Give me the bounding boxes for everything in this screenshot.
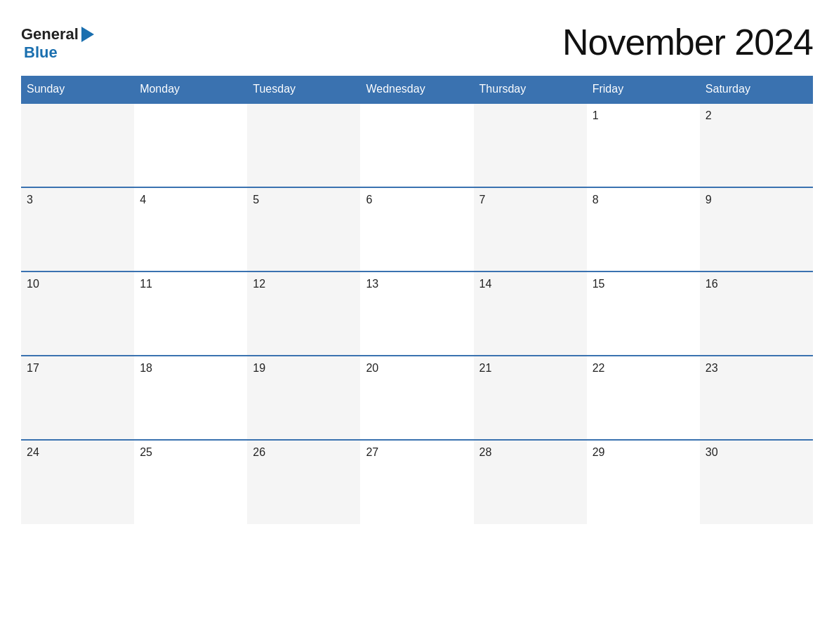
calendar-cell: 5 (247, 187, 360, 271)
calendar-cell: 15 (587, 271, 700, 356)
logo: General Blue (21, 24, 94, 60)
day-number: 20 (366, 362, 378, 374)
month-title: November 2024 (562, 21, 813, 63)
calendar-cell: 20 (360, 356, 473, 440)
calendar-cell: 17 (21, 356, 134, 440)
calendar-cell: 28 (474, 440, 587, 524)
calendar-header-row: Sunday Monday Tuesday Wednesday Thursday… (21, 76, 813, 103)
day-number: 18 (140, 362, 152, 374)
page-header: General Blue November 2024 (21, 21, 813, 63)
calendar-cell: 27 (360, 440, 473, 524)
logo-general-text: General (21, 27, 79, 42)
calendar-body: 1234567891011121314151617181920212223242… (21, 103, 813, 524)
calendar-cell: 14 (474, 271, 587, 356)
day-number: 21 (479, 362, 492, 374)
calendar-cell (134, 103, 247, 187)
col-monday: Monday (134, 76, 247, 103)
day-number: 29 (593, 446, 605, 458)
col-friday: Friday (587, 76, 700, 103)
day-number: 2 (706, 109, 712, 121)
day-number: 13 (366, 278, 378, 290)
day-number: 24 (27, 446, 39, 458)
calendar-cell (474, 103, 587, 187)
calendar-cell (21, 103, 134, 187)
calendar-week-row: 24252627282930 (21, 440, 813, 524)
calendar-cell: 10 (21, 271, 134, 356)
calendar-week-row: 12 (21, 103, 813, 187)
day-number: 22 (593, 362, 605, 374)
calendar-cell: 18 (134, 356, 247, 440)
day-number: 25 (140, 446, 152, 458)
col-saturday: Saturday (700, 76, 813, 103)
calendar-cell: 24 (21, 440, 134, 524)
calendar-week-row: 3456789 (21, 187, 813, 271)
calendar-cell: 4 (134, 187, 247, 271)
calendar-cell: 19 (247, 356, 360, 440)
calendar-cell: 26 (247, 440, 360, 524)
logo-blue-text: Blue (24, 45, 58, 60)
calendar-cell: 29 (587, 440, 700, 524)
calendar-cell: 12 (247, 271, 360, 356)
calendar-cell: 23 (700, 356, 813, 440)
calendar-week-row: 10111213141516 (21, 271, 813, 356)
calendar-cell: 25 (134, 440, 247, 524)
calendar-cell: 11 (134, 271, 247, 356)
calendar-cell: 22 (587, 356, 700, 440)
day-number: 30 (706, 446, 718, 458)
svg-marker-0 (81, 27, 94, 42)
day-number: 6 (366, 194, 372, 206)
calendar-cell (247, 103, 360, 187)
col-sunday: Sunday (21, 76, 134, 103)
day-number: 1 (593, 109, 599, 121)
calendar-cell: 21 (474, 356, 587, 440)
calendar-cell: 2 (700, 103, 813, 187)
day-number: 16 (706, 278, 718, 290)
calendar-cell: 8 (587, 187, 700, 271)
day-number: 19 (253, 362, 265, 374)
calendar-cell: 1 (587, 103, 700, 187)
col-thursday: Thursday (474, 76, 587, 103)
day-number: 28 (479, 446, 492, 458)
calendar-cell: 16 (700, 271, 813, 356)
calendar-table: Sunday Monday Tuesday Wednesday Thursday… (21, 76, 813, 524)
day-number: 10 (27, 278, 39, 290)
day-number: 17 (27, 362, 39, 374)
calendar-cell: 30 (700, 440, 813, 524)
day-number: 27 (366, 446, 378, 458)
day-number: 9 (706, 194, 712, 206)
calendar-cell (360, 103, 473, 187)
col-wednesday: Wednesday (360, 76, 473, 103)
day-number: 15 (593, 278, 605, 290)
calendar-cell: 7 (474, 187, 587, 271)
day-number: 8 (593, 194, 599, 206)
day-number: 26 (253, 446, 265, 458)
day-number: 3 (27, 194, 33, 206)
col-tuesday: Tuesday (247, 76, 360, 103)
day-number: 7 (479, 194, 486, 206)
calendar-cell: 9 (700, 187, 813, 271)
day-number: 4 (140, 194, 146, 206)
day-number: 11 (140, 278, 152, 290)
calendar-cell: 13 (360, 271, 473, 356)
calendar-cell: 3 (21, 187, 134, 271)
logo-arrow-icon (81, 27, 94, 42)
day-number: 5 (253, 194, 259, 206)
calendar-cell: 6 (360, 187, 473, 271)
calendar-week-row: 17181920212223 (21, 356, 813, 440)
day-number: 14 (479, 278, 492, 290)
day-number: 23 (706, 362, 718, 374)
day-number: 12 (253, 278, 265, 290)
